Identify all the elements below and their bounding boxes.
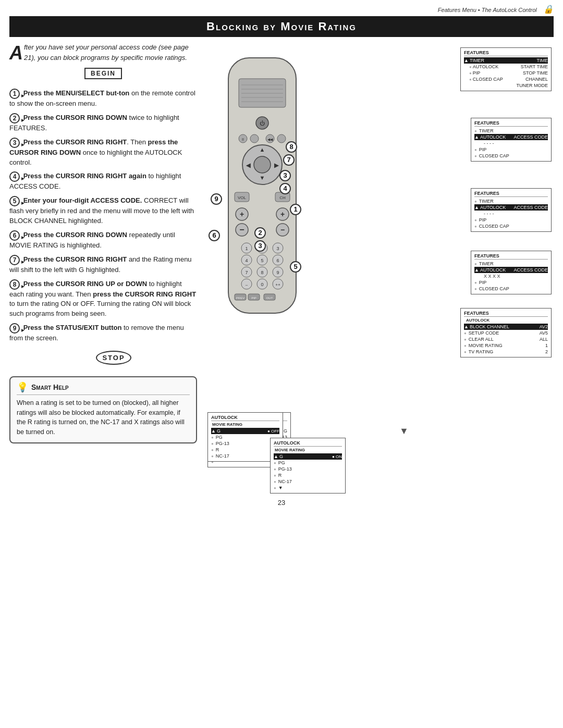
badge-9: 9 [211, 193, 222, 205]
step-1: 1 Press the MENU/SELECT but-ton on the r… [9, 89, 197, 109]
svg-text:7: 7 [245, 270, 248, 275]
badge-1: 1 [290, 204, 301, 215]
svg-rect-1 [239, 79, 286, 107]
svg-text:PREV: PREV [236, 297, 244, 300]
badge-3b: 3 [254, 240, 266, 252]
svg-text:5: 5 [261, 258, 263, 263]
step-num-2: 2 [9, 113, 20, 124]
main-content: A fter you have set your personal access… [9, 42, 554, 493]
svg-point-18 [277, 134, 286, 143]
step-num-9: 9 [9, 323, 20, 334]
stop-label: STOP [96, 351, 131, 365]
intro-text: A fter you have set your personal access… [9, 42, 197, 63]
menu2-title: FEATURES [474, 120, 548, 127]
svg-text:−: − [239, 225, 244, 234]
menu6r-item-5: ●NC-17 [211, 453, 279, 459]
right-column: ⏻ ▲ ▼ ◀ ▶ II ◀◀ VOL [202, 42, 554, 493]
menu-box-2: FEATURES ●TIMER ▲AUTOLOCKACCESS CODE - -… [471, 118, 552, 162]
svg-text:▼: ▼ [260, 175, 265, 181]
step-5: 5 Enter your four-digit ACCESS CODE. COR… [9, 196, 197, 226]
menu4-item-3: ●PIP [474, 279, 548, 286]
badge-2: 2 [254, 227, 266, 239]
svg-point-16 [250, 134, 259, 143]
down-arrow-icon: ▼ [254, 426, 554, 437]
lock-icon: 🔒 [543, 5, 554, 14]
menu1-title: FEATURES [464, 50, 548, 56]
menu3-item-3: ●PIP [474, 217, 548, 223]
menu3-item-1: ●TIMER [474, 198, 548, 204]
menu4-item-2: ▲AUTOLOCKACCESS CODE [474, 267, 548, 273]
svg-text:CH: CH [279, 195, 286, 200]
svg-text:6: 6 [276, 258, 279, 263]
svg-text:+: + [240, 210, 244, 218]
svg-text:8: 8 [261, 270, 263, 275]
menu1-item-3: ●PIPSTOP TIME [464, 70, 548, 76]
svg-text:II: II [242, 138, 244, 141]
svg-text:9: 9 [276, 270, 279, 275]
badge-8: 8 [286, 141, 297, 153]
menu5-item-3: ●CLEAR ALLALL [464, 336, 548, 342]
menu2-item-2: ▲AUTOLOCKACCESS CODE [474, 134, 548, 140]
menu3-title: FEATURES [474, 191, 548, 197]
begin-label: BEGIN [84, 68, 122, 79]
smart-help-box: 💡 Smart Help When a rating is set to be … [9, 376, 197, 443]
menu4-item-1: ●TIMER [474, 261, 548, 267]
svg-text:3: 3 [276, 246, 279, 251]
menu-box-7: AUTOLOCK MOVIE RATING ▲G● ON ●PG ●PG-13 … [270, 438, 346, 493]
menu6r-item-1: ▲G● OFF [211, 428, 279, 434]
svg-text:++: ++ [275, 282, 280, 287]
svg-text:4: 4 [245, 258, 248, 263]
step-num-6: 6 [9, 230, 20, 241]
step-7: 7 Press the CURSOR RING RIGHT and the Ra… [9, 255, 197, 275]
svg-text:PIP: PIP [251, 297, 256, 300]
svg-text:1: 1 [245, 246, 248, 251]
menu2-item-4: ●CLOSED CAP [474, 153, 548, 159]
svg-text:▲: ▲ [260, 146, 265, 153]
svg-text:VOL: VOL [238, 195, 247, 200]
page-number: 23 [0, 499, 563, 514]
page-header: Features Menu • The AutoLock Control 🔒 [0, 0, 563, 16]
menu2-item-1: ●TIMER [474, 128, 548, 134]
svg-text:−: − [280, 226, 285, 234]
menu1-item-2: ●AUTOLOCKSTART TIME [464, 64, 548, 70]
menu-box-4: FEATURES ●TIMER ▲AUTOLOCKACCESS CODE X X… [471, 251, 552, 294]
page-title: Blocking by Movie Rating [206, 20, 357, 33]
svg-text:–: – [246, 282, 248, 287]
step-6: 6 Press the CURSOR RING DOWN repeatedly … [9, 230, 197, 251]
svg-text:+: + [280, 210, 285, 218]
step-4: 4 Press the CURSOR RING RIGHT again to h… [9, 171, 197, 192]
step-num-8: 8 [9, 279, 20, 290]
drop-cap: A [9, 44, 23, 63]
smart-help-title: 💡 Smart Help [17, 381, 190, 395]
menu6r-item-3: ●PG-13 [211, 440, 279, 447]
menu5-item-2: ●SETUP CODEAV5 [464, 330, 548, 336]
menu3-item-2: ▲AUTOLOCKACCESS CODE [474, 204, 548, 211]
remote-control-svg: ⏻ ▲ ▼ ◀ ▶ II ◀◀ VOL [213, 47, 317, 339]
menu4-item-4: ●CLOSED CAP [474, 286, 548, 292]
badge-3a: 3 [279, 170, 291, 181]
menu4-title: FEATURES [474, 253, 548, 260]
left-column: A fter you have set your personal access… [9, 42, 197, 493]
menu5-item-5: ●TV RATING2 [464, 349, 548, 355]
menu7-item-6: ●▼ [274, 485, 342, 491]
menu6r-item-4: ●R [211, 447, 279, 453]
menu6r-title: AUTOLOCK [211, 415, 279, 421]
svg-text:⏻: ⏻ [260, 120, 265, 126]
svg-text:◀: ◀ [246, 162, 251, 168]
step-num-5: 5 [9, 196, 20, 206]
menu2-item-3: ●PIP [474, 146, 548, 153]
menu5-item-1: ▲BLOCK CHANNELAV2 [464, 324, 548, 330]
bulb-icon: 💡 [17, 381, 28, 393]
svg-text:OUT: OUT [266, 297, 273, 300]
menu6r-item-2: ●PG [211, 434, 279, 440]
svg-text:◀◀: ◀◀ [267, 138, 273, 141]
menu7-item-3: ●PG-13 [274, 466, 342, 472]
badge-6a: 6 [209, 230, 220, 241]
menu1-item-4: ●CLOSED CAPCHANNEL [464, 76, 548, 82]
menu3-item-4: ●CLOSED CAP [474, 223, 548, 229]
step-8: 8 Press the CURSOR RING UP or DOWN to hi… [9, 279, 197, 319]
menu7-item-2: ●PG [274, 460, 342, 466]
header-text: Features Menu • The AutoLock Control [438, 7, 537, 13]
smart-help-text: When a rating is set to be turned on (bl… [17, 398, 190, 437]
menu7-item-1: ▲G● ON [274, 453, 342, 460]
